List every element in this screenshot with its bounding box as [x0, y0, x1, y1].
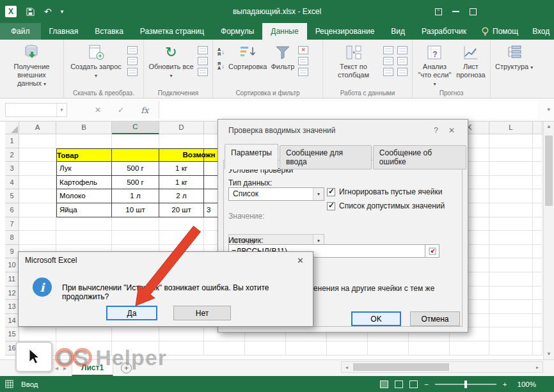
save-icon[interactable] — [26, 7, 35, 17]
sort-za-icon[interactable]: ЯА↓ — [218, 60, 225, 72]
cell-A1[interactable] — [19, 134, 56, 148]
tab-view[interactable]: Вид — [383, 23, 413, 40]
properties-icon[interactable] — [198, 57, 208, 65]
row-header-10[interactable]: 10 — [5, 258, 19, 272]
what-if-analysis-button[interactable]: ? Анализ "что если" ▾ — [415, 42, 454, 88]
tab-home[interactable]: Главная — [41, 23, 87, 40]
cell-B5[interactable]: Молоко — [56, 189, 112, 203]
view-page-layout-icon[interactable] — [395, 380, 403, 388]
insert-function-icon[interactable]: fx — [141, 106, 148, 115]
column-header-D[interactable]: D — [159, 122, 204, 134]
tab-file[interactable]: Файл — [0, 23, 41, 40]
tab-data[interactable]: Данные — [262, 23, 306, 40]
vertical-scroll-thumb[interactable] — [545, 136, 553, 206]
clear-filter-icon[interactable]: ✕ — [298, 46, 308, 54]
formula-input[interactable] — [159, 101, 537, 119]
cell-14[interactable] — [533, 314, 542, 328]
no-button[interactable]: Нет — [173, 306, 231, 320]
get-external-data-button[interactable]: Получение внешних данных ▾ — [3, 42, 61, 88]
relationships-icon[interactable] — [397, 57, 408, 65]
row-header-14[interactable]: 14 — [5, 314, 19, 328]
column-header-L[interactable]: L — [489, 122, 533, 134]
cell-C1[interactable] — [112, 134, 159, 148]
cell-B1[interactable] — [56, 134, 112, 148]
sort-az-icon[interactable]: АЯ↓ — [218, 46, 225, 58]
cell-9[interactable] — [533, 245, 542, 259]
edit-links-icon[interactable] — [198, 68, 208, 76]
select-all-corner[interactable] — [5, 122, 19, 134]
dialog-tab-error-alert[interactable]: Сообщение об ошибке — [373, 145, 466, 169]
column-header-partial[interactable] — [533, 122, 542, 134]
row-header-5[interactable]: 5 — [5, 189, 19, 203]
cell-B15[interactable] — [56, 327, 112, 341]
cancel-entry-icon[interactable]: ✕ — [95, 106, 101, 114]
tab-developer[interactable]: Разработчик — [413, 23, 475, 40]
name-box-input[interactable] — [6, 104, 56, 116]
name-box[interactable]: ▾ — [5, 103, 67, 117]
cell-F16[interactable] — [245, 341, 286, 356]
cell-C6[interactable]: 10 шт — [112, 203, 159, 217]
scroll-up-icon[interactable]: ▲ — [544, 122, 554, 132]
cell-D15[interactable] — [159, 327, 204, 341]
column-header-A[interactable]: A — [19, 122, 56, 134]
tell-me-help[interactable]: Помощ — [475, 23, 525, 40]
row-header-6[interactable]: 6 — [5, 203, 19, 217]
formula-input-area[interactable] — [159, 101, 537, 119]
dialog-tab-settings[interactable]: Параметры — [225, 144, 278, 169]
column-header-B[interactable]: B — [56, 122, 112, 134]
consolidate-icon[interactable] — [397, 46, 408, 54]
cell-L1[interactable] — [489, 134, 533, 148]
cell-J16[interactable] — [409, 341, 450, 356]
cell-B6[interactable]: Яйца — [56, 203, 112, 217]
cell-D7[interactable] — [159, 217, 204, 231]
data-validation-icon[interactable] — [383, 68, 393, 76]
row-header-8[interactable]: 8 — [5, 231, 19, 245]
cell-E16[interactable] — [204, 341, 245, 356]
cell-K16[interactable] — [450, 341, 489, 356]
cell-L12[interactable] — [489, 286, 533, 301]
cell-B4[interactable]: Картофель — [56, 176, 112, 190]
flash-fill-icon[interactable] — [383, 46, 393, 54]
dialog-help-icon[interactable]: ? — [429, 126, 443, 135]
message-box-title-bar[interactable]: Microsoft Excel ✕ — [19, 252, 313, 269]
dialog-tab-input-message[interactable]: Сообщение для ввода — [280, 145, 372, 169]
cell-C8[interactable] — [112, 231, 159, 245]
name-box-dropdown-icon[interactable]: ▾ — [56, 104, 67, 116]
cell-C15[interactable] — [112, 327, 159, 341]
cell-A6[interactable] — [19, 203, 56, 217]
cell-D5[interactable]: 2 л — [159, 189, 204, 203]
cell-B7[interactable] — [56, 217, 112, 231]
cell-L8[interactable] — [489, 231, 533, 245]
data-type-dropdown-icon[interactable]: ▼ — [313, 188, 324, 200]
undo-icon[interactable]: ↶ — [44, 6, 52, 17]
show-queries-icon[interactable] — [127, 46, 138, 54]
cell-7[interactable] — [533, 217, 542, 231]
row-header-13[interactable]: 13 — [5, 300, 19, 314]
view-page-break-icon[interactable] — [409, 380, 418, 388]
confirm-entry-icon[interactable]: ✓ — [118, 106, 124, 114]
remove-duplicates-icon[interactable] — [383, 57, 393, 65]
cell-3[interactable] — [533, 162, 542, 176]
ribbon-display-options-icon[interactable]: ⌃ — [435, 8, 442, 15]
minimize-icon[interactable] — [452, 11, 459, 12]
manage-data-model-icon[interactable] — [397, 68, 408, 76]
cell-G16[interactable] — [286, 341, 327, 356]
scroll-right-icon[interactable]: ▸ — [532, 365, 542, 370]
cell-16[interactable] — [533, 341, 542, 356]
advanced-filter-icon[interactable] — [298, 68, 308, 76]
in-cell-dropdown-checkbox[interactable]: Список допустимых значений — [327, 201, 445, 210]
column-header-C[interactable]: C — [112, 122, 159, 134]
cell-L3[interactable] — [489, 162, 533, 176]
cell-D3[interactable]: 1 кг — [159, 162, 204, 176]
ok-button[interactable]: OK — [351, 311, 401, 326]
cell-C4[interactable]: 500 г — [112, 176, 159, 190]
cell-D6[interactable]: 20 шт — [159, 203, 204, 217]
sort-button[interactable]: Сортировка — [226, 42, 269, 71]
cell-12[interactable] — [533, 286, 542, 301]
tab-formulas[interactable]: Формулы — [212, 23, 262, 40]
outline-button[interactable]: Структура ▾ — [493, 42, 535, 71]
sign-in-button[interactable]: Вход — [525, 23, 554, 40]
message-box-close-icon[interactable]: ✕ — [293, 256, 308, 265]
dialog-close-icon[interactable]: ✕ — [443, 126, 460, 135]
cell-A5[interactable] — [19, 189, 56, 203]
